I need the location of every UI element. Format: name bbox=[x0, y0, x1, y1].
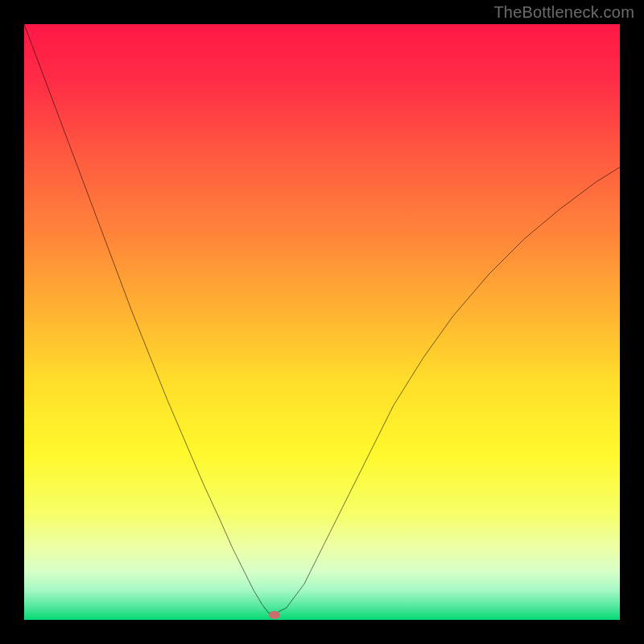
bottleneck-curve bbox=[24, 24, 620, 620]
chart-frame: TheBottleneck.com bbox=[0, 0, 644, 644]
watermark-text: TheBottleneck.com bbox=[493, 3, 634, 22]
plot-area bbox=[24, 24, 620, 620]
minimum-marker bbox=[269, 611, 280, 619]
